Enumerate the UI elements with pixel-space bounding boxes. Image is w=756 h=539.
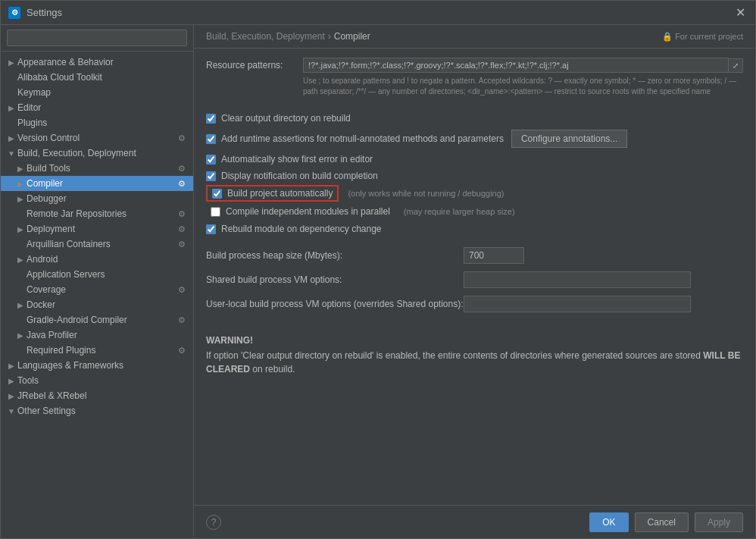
rebuild-dependency-label[interactable]: Rebuild module on dependency change (221, 224, 382, 234)
warning-title: WARNING! (206, 335, 743, 346)
compile-parallel-checkbox[interactable] (211, 207, 220, 217)
sidebar-item-label: Java Profiler (27, 330, 77, 340)
sidebar-item-label: Required Plugins (27, 345, 95, 356)
gear-icon: ⚙ (178, 240, 187, 249)
breadcrumb-project: 🔒 For current project (662, 32, 743, 42)
sidebar-item-label: Plugins (17, 118, 47, 128)
sidebar-item-label: JRebel & XRebel (17, 390, 86, 401)
sidebar-item-label: Remote Jar Repositories (27, 208, 127, 219)
arrow-icon: ▶ (16, 224, 25, 233)
sidebar-item-deployment[interactable]: ▶ Deployment ⚙ (1, 221, 193, 237)
sidebar-item-build-exec-deploy[interactable]: ▼ Build, Execution, Deployment (1, 146, 193, 161)
sidebar-item-docker[interactable]: ▶ Docker (1, 297, 193, 312)
checkbox-row-build-auto-container: Build project automatically (only works … (206, 185, 743, 202)
sidebar-item-other-settings[interactable]: ▼ Other Settings (1, 403, 193, 418)
sidebar-item-app-servers[interactable]: Application Servers (1, 267, 193, 282)
sidebar-item-label: Languages & Frameworks (17, 360, 123, 371)
checkbox-row-rebuild-dep: Rebuild module on dependency change (206, 221, 743, 237)
build-automatically-checkbox[interactable] (212, 189, 222, 199)
window-title: Settings (27, 7, 733, 18)
sidebar-item-alibaba[interactable]: Alibaba Cloud Toolkit (1, 70, 193, 85)
sidebar-item-languages[interactable]: ▶ Languages & Frameworks (1, 358, 193, 373)
sidebar-item-coverage[interactable]: Coverage ⚙ (1, 282, 193, 297)
clear-output-label[interactable]: Clear output directory on rebuild (221, 113, 351, 124)
display-notification-checkbox[interactable] (206, 171, 216, 181)
checkbox-row-clear-output: Clear output directory on rebuild (206, 111, 743, 126)
arrow-icon: ▶ (7, 133, 16, 143)
arrow-icon: ▼ (7, 149, 16, 158)
runtime-assertions-checkbox[interactable] (206, 134, 216, 144)
gear-icon: ⚙ (178, 346, 187, 355)
sidebar-item-label: Other Settings (17, 406, 76, 416)
shared-vm-row: Shared build process VM options: (206, 270, 743, 290)
bottom-bar: ? OK Cancel Apply (194, 505, 755, 538)
titlebar: ⚙ Settings ✕ (1, 1, 755, 25)
resource-input-row: ⤢ (303, 58, 743, 73)
show-first-error-checkbox[interactable] (206, 155, 216, 165)
sidebar-item-remote-jar[interactable]: Remote Jar Repositories ⚙ (1, 206, 193, 221)
checkbox-row-runtime-assertions: Add runtime assertions for notnull-annot… (206, 127, 743, 150)
close-button[interactable]: ✕ (733, 5, 748, 20)
ok-button[interactable]: OK (589, 512, 628, 532)
warning-text: If option 'Clear output directory on reb… (206, 349, 743, 376)
breadcrumb-path1: Build, Execution, Deployment (206, 31, 325, 42)
sidebar-item-keymap[interactable]: Keymap (1, 85, 193, 100)
user-local-vm-input[interactable] (464, 296, 691, 312)
arrow-icon: ▶ (7, 376, 16, 385)
sidebar-item-java-profiler[interactable]: ▶ Java Profiler (1, 327, 193, 343)
sidebar-item-required-plugins[interactable]: Required Plugins ⚙ (1, 343, 193, 358)
sidebar-item-label: Tools (17, 375, 39, 386)
gear-icon: ⚙ (178, 224, 187, 233)
sidebar-item-build-tools[interactable]: ▶ Build Tools ⚙ (1, 161, 193, 176)
arrow-icon: ▶ (16, 194, 25, 203)
shared-vm-input[interactable] (464, 271, 691, 288)
compile-parallel-label[interactable]: Compile independent modules in parallel (226, 206, 390, 217)
arrow-icon (16, 240, 25, 249)
compile-parallel-note: (may require larger heap size) (404, 207, 515, 216)
sidebar-item-android[interactable]: ▶ Android (1, 252, 193, 267)
heap-size-row: Build process heap size (Mbytes): (206, 246, 743, 265)
search-box (1, 25, 193, 52)
sidebar-item-label: Alibaba Cloud Toolkit (17, 72, 102, 83)
resource-patterns-input[interactable] (303, 58, 729, 73)
sidebar-item-label: Android (27, 254, 58, 265)
sidebar-item-label: Debugger (27, 193, 67, 204)
checkbox-row-notification: Display notification on build completion (206, 168, 743, 183)
rebuild-dependency-checkbox[interactable] (206, 224, 216, 234)
arrow-icon: ▶ (7, 58, 16, 67)
sidebar-item-compiler[interactable]: ▶ Compiler ⚙ (1, 176, 193, 191)
gear-icon: ⚙ (178, 164, 187, 173)
gear-icon: ⚙ (178, 285, 187, 294)
warning-box: WARNING! If option 'Clear output directo… (206, 329, 743, 382)
gear-icon: ⚙ (178, 315, 187, 324)
resource-patterns-label: Resource patterns: (206, 58, 297, 71)
expand-button[interactable]: ⤢ (729, 58, 743, 73)
sidebar-item-jrebel[interactable]: ▶ JRebel & XRebel (1, 388, 193, 403)
clear-output-checkbox[interactable] (206, 114, 216, 124)
sidebar-item-label: Compiler (27, 178, 63, 189)
show-first-error-label[interactable]: Automatically show first error in editor (221, 154, 373, 165)
sidebar-item-editor[interactable]: ▶ Editor (1, 100, 193, 115)
build-automatically-highlight: Build project automatically (206, 185, 339, 202)
cancel-button[interactable]: Cancel (635, 512, 689, 532)
runtime-assertions-label[interactable]: Add runtime assertions for notnull-annot… (221, 133, 504, 144)
breadcrumb: Build, Execution, Deployment › Compiler … (194, 25, 755, 49)
search-input[interactable] (7, 30, 187, 46)
sidebar-item-plugins[interactable]: Plugins (1, 115, 193, 130)
heap-size-input[interactable] (464, 247, 524, 264)
display-notification-label[interactable]: Display notification on build completion (221, 171, 378, 181)
build-automatically-label[interactable]: Build project automatically (227, 188, 333, 199)
sidebar-item-arquillian[interactable]: Arquillian Containers ⚙ (1, 237, 193, 252)
sidebar-item-version-control[interactable]: ▶ Version Control ⚙ (1, 130, 193, 146)
sidebar-item-debugger[interactable]: ▶ Debugger (1, 191, 193, 206)
sidebar-item-appearance[interactable]: ▶ Appearance & Behavior (1, 55, 193, 70)
apply-button[interactable]: Apply (695, 512, 743, 532)
sidebar-item-label: Deployment (27, 224, 75, 234)
help-button[interactable]: ? (206, 515, 221, 530)
compile-parallel-inner: Compile independent modules in parallel (206, 205, 395, 218)
arrow-icon (7, 118, 16, 127)
sidebar-item-gradle-android[interactable]: Gradle-Android Compiler ⚙ (1, 312, 193, 327)
breadcrumb-path2: Compiler (334, 31, 370, 42)
configure-annotations-button[interactable]: Configure annotations... (511, 130, 627, 148)
sidebar-item-tools[interactable]: ▶ Tools (1, 373, 193, 388)
